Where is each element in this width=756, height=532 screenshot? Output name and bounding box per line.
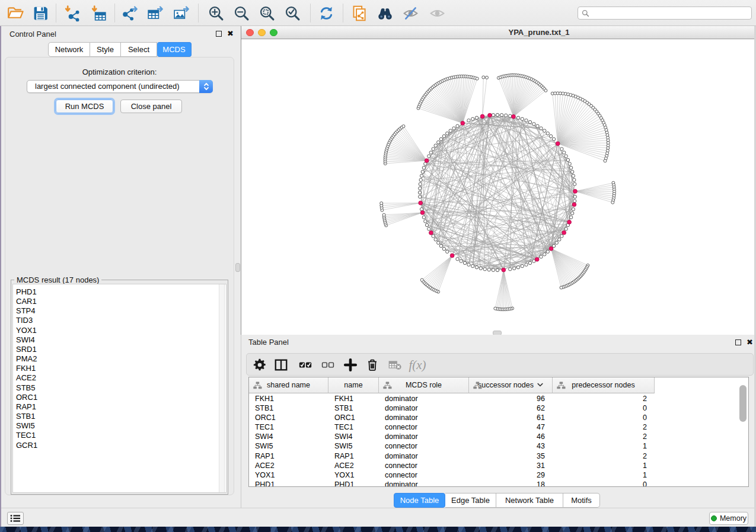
- column-type-icon: [473, 382, 482, 391]
- table-row[interactable]: PHD1PHD1dominator180: [249, 480, 740, 487]
- network-canvas[interactable]: [241, 40, 754, 335]
- table-cell: SWI4: [249, 432, 328, 441]
- mcds-result-item[interactable]: SWI4: [13, 335, 226, 345]
- export-image-button[interactable]: [170, 2, 192, 24]
- find-icon: [377, 5, 394, 22]
- column-header-shared-name[interactable]: shared name: [249, 377, 328, 393]
- mcds-result-groupbox: MCDS result (17 nodes) PHD1CAR1STP4TID3Y…: [11, 280, 228, 495]
- mcds-result-item[interactable]: STB1: [13, 412, 226, 421]
- close-panel-icon[interactable]: ✖: [227, 28, 234, 39]
- column-header-MCDS-role[interactable]: MCDS role: [379, 377, 469, 393]
- column-header-successor-nodes[interactable]: successor nodes: [469, 377, 553, 393]
- table-cell: 1: [553, 470, 655, 480]
- float-panel-icon[interactable]: [216, 31, 222, 37]
- column-header-name[interactable]: name: [328, 377, 379, 393]
- delete-button[interactable]: [362, 355, 382, 374]
- search-box[interactable]: [578, 7, 752, 20]
- table-row[interactable]: SWI5SWI5connector431: [249, 441, 740, 451]
- tab-style[interactable]: Style: [90, 42, 121, 57]
- column-header-predecessor-nodes[interactable]: predecessor nodes: [553, 377, 655, 393]
- tab-select[interactable]: Select: [121, 42, 157, 57]
- mcds-result-item[interactable]: GCR1: [13, 441, 226, 450]
- criterion-select[interactable]: largest connected component (undirected): [27, 80, 213, 93]
- find-button[interactable]: [374, 2, 395, 24]
- toolbar-separator: [114, 4, 115, 23]
- tab-network[interactable]: Network: [48, 42, 90, 57]
- mcds-result-item[interactable]: SWI5: [13, 421, 226, 431]
- mcds-result-list[interactable]: PHD1CAR1STP4TID3YOX1SWI4SRD1PMA2FKH1ACE2…: [12, 284, 227, 493]
- tab-motifs[interactable]: Motifs: [563, 493, 600, 508]
- zoom-in-icon: [208, 5, 225, 22]
- zoom-fit-button[interactable]: [256, 2, 277, 24]
- task-history-button[interactable]: [7, 512, 24, 525]
- result-list-scrollbar[interactable]: [219, 284, 225, 492]
- mcds-result-item[interactable]: STB5: [13, 383, 226, 393]
- run-mcds-button[interactable]: Run MCDS: [56, 100, 113, 113]
- table-cell: ORC1: [249, 413, 328, 422]
- search-input[interactable]: [592, 8, 751, 18]
- mcds-result-item[interactable]: YOX1: [13, 326, 226, 335]
- table-row[interactable]: SWI4SWI4dominator462: [249, 432, 740, 441]
- table-scrollbar[interactable]: [738, 377, 748, 486]
- float-table-panel-icon[interactable]: [735, 339, 741, 345]
- refresh-button[interactable]: [315, 2, 337, 24]
- tab-edge-table[interactable]: Edge Table: [445, 493, 496, 508]
- mcds-result-item[interactable]: PHD1: [13, 287, 226, 297]
- duplicate-network-button[interactable]: [349, 2, 370, 24]
- table-row[interactable]: YOX1YOX1connector291: [249, 470, 740, 480]
- zoom-in-button[interactable]: [205, 2, 227, 24]
- table-cell: 31: [469, 461, 553, 470]
- sort-indicator-icon: [537, 383, 543, 387]
- export-table-button[interactable]: [144, 2, 165, 24]
- mcds-result-item[interactable]: CAR1: [13, 297, 226, 306]
- table-row[interactable]: RAP1RAP1dominator352: [249, 451, 740, 461]
- mcds-result-item[interactable]: RAP1: [13, 402, 226, 412]
- window-minimize-light[interactable]: [258, 29, 266, 37]
- table-row[interactable]: STB1STB1dominator620: [249, 403, 740, 413]
- gear-button[interactable]: [250, 355, 270, 374]
- check-all-button[interactable]: [295, 355, 315, 374]
- uncheck-all-button[interactable]: [318, 355, 338, 374]
- mcds-result-item[interactable]: ACE2: [13, 373, 226, 383]
- table-cell: 2: [553, 451, 655, 461]
- tab-network-table[interactable]: Network Table: [496, 493, 563, 508]
- table-scrollbar-thumb[interactable]: [739, 385, 747, 422]
- window-zoom-light[interactable]: [270, 29, 277, 37]
- import-network-button[interactable]: [61, 2, 82, 24]
- save-button[interactable]: [30, 2, 51, 24]
- main-toolbar: [0, 0, 756, 26]
- close-table-panel-icon[interactable]: ✖: [747, 337, 753, 348]
- vertical-split-handle[interactable]: [235, 263, 240, 272]
- export-network-button[interactable]: [119, 2, 140, 24]
- table-row[interactable]: ORC1ORC1dominator610: [249, 413, 740, 422]
- add-button[interactable]: [340, 355, 361, 374]
- network-view-frame: YPA_prune.txt_1: [241, 26, 754, 335]
- mcds-result-item[interactable]: PMA2: [13, 354, 226, 364]
- mcds-result-item[interactable]: STP4: [13, 306, 226, 316]
- network-titlebar[interactable]: YPA_prune.txt_1: [241, 26, 754, 39]
- hide-details-button[interactable]: [400, 2, 421, 24]
- table-row[interactable]: ACE2ACE2connector311: [249, 461, 740, 470]
- zoom-out-button[interactable]: [231, 2, 252, 24]
- hide-details-icon: [402, 5, 419, 22]
- function-icon: f(x): [409, 358, 426, 373]
- open-folder-button[interactable]: [4, 2, 25, 24]
- table-row[interactable]: TEC1TEC1connector472: [249, 422, 740, 432]
- mcds-result-item[interactable]: FKH1: [13, 364, 226, 373]
- columns-button[interactable]: [271, 355, 291, 374]
- zoom-selected-button[interactable]: [282, 2, 303, 24]
- table-cell: 61: [469, 413, 553, 422]
- zoom-selected-icon: [284, 5, 301, 22]
- table-row[interactable]: FKH1FKH1dominator962: [249, 394, 740, 403]
- tab-mcds[interactable]: MCDS: [157, 42, 192, 57]
- table-cell: 47: [469, 422, 553, 432]
- mcds-result-item[interactable]: TEC1: [13, 431, 226, 440]
- memory-button[interactable]: Memory: [709, 512, 748, 525]
- tab-node-table[interactable]: Node Table: [394, 493, 445, 508]
- mcds-result-item[interactable]: ORC1: [13, 393, 226, 402]
- mcds-result-item[interactable]: SRD1: [13, 345, 226, 354]
- window-close-light[interactable]: [246, 29, 254, 37]
- import-table-button[interactable]: [88, 2, 109, 24]
- mcds-result-item[interactable]: TID3: [13, 316, 226, 325]
- close-panel-button[interactable]: Close panel: [120, 100, 182, 113]
